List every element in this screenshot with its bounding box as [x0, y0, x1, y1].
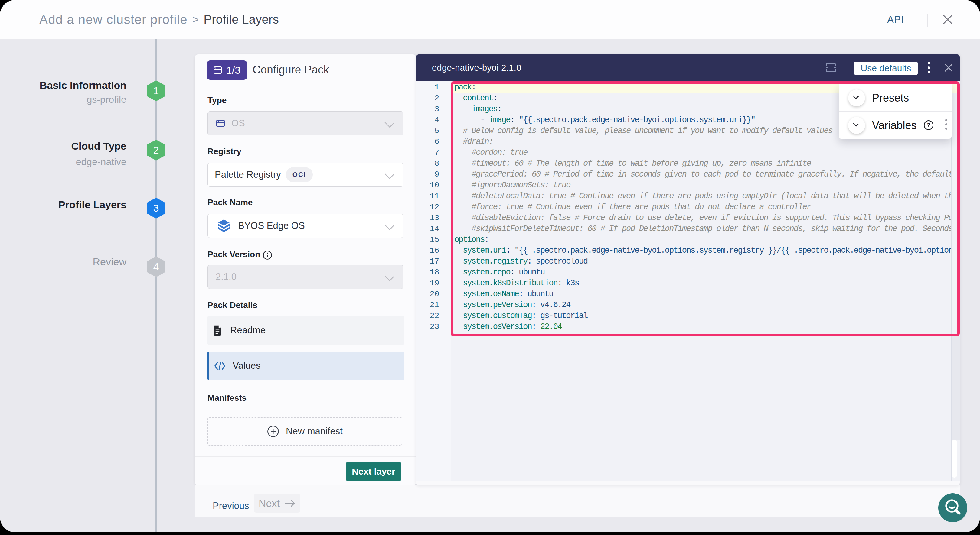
svg-text:?: ? [927, 122, 931, 129]
